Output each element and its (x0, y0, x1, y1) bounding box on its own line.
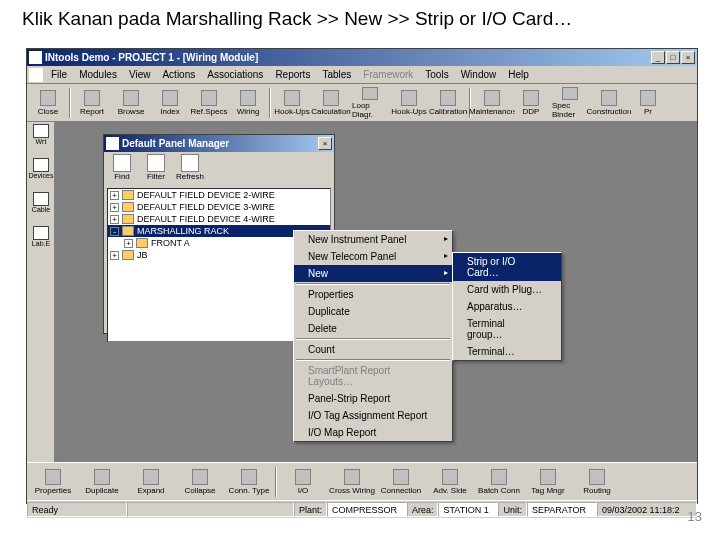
menu-item[interactable]: Apparatus… (453, 298, 561, 315)
btb-conntype[interactable]: Conn. Type (225, 465, 273, 499)
tb-calibration[interactable]: Calibration (429, 86, 467, 120)
btb-properties[interactable]: Properties (29, 465, 77, 499)
minimize-button[interactable]: _ (651, 51, 665, 64)
menu-help[interactable]: Help (502, 67, 535, 82)
menu-item[interactable]: I/O Tag Assignment Report (294, 407, 452, 424)
tb-close[interactable]: Close (29, 86, 67, 120)
menu-item[interactable]: Card with Plug… (453, 281, 561, 298)
menubar: File Modules View Actions Associations R… (27, 66, 697, 84)
status-spacer (127, 502, 294, 517)
menu-framework: Framework (357, 67, 419, 82)
menu-tools[interactable]: Tools (419, 67, 454, 82)
panel-manager-toolbar: FindFilterRefresh (104, 152, 334, 188)
maximize-button[interactable]: □ (666, 51, 680, 64)
menu-item[interactable]: Terminal… (453, 343, 561, 360)
tb-refspecs[interactable]: Ref.Specs (190, 86, 228, 120)
tb-ddp[interactable]: DDP (512, 86, 550, 120)
tb-hookups[interactable]: Hook-Ups (273, 86, 311, 120)
status-area-label: Area: (407, 502, 439, 517)
menu-actions[interactable]: Actions (156, 67, 201, 82)
panel-manager-titlebar[interactable]: Default Panel Manager × (104, 135, 334, 152)
dock-lab.e[interactable]: Lab.E (29, 226, 53, 256)
panel-manager-close-button[interactable]: × (318, 137, 332, 150)
workspace: WrtDevicesCableLab.E Default Panel Manag… (27, 122, 697, 462)
page-number: 13 (688, 509, 702, 524)
menu-window[interactable]: Window (455, 67, 503, 82)
btb-advside[interactable]: Adv. Side (426, 465, 474, 499)
btb-collapse[interactable]: Collapse (176, 465, 224, 499)
menu-reports[interactable]: Reports (269, 67, 316, 82)
status-plant: COMPRESSOR (327, 502, 407, 517)
menu-item: SmartPlant Report Layouts… (294, 362, 452, 390)
menu-item[interactable]: Duplicate (294, 303, 452, 320)
menu-item[interactable]: Panel-Strip Report (294, 390, 452, 407)
tb-pr[interactable]: Pr (629, 86, 667, 120)
tb-construction[interactable]: Construction (590, 86, 628, 120)
mdi-icon (29, 68, 43, 82)
menu-tables[interactable]: Tables (316, 67, 357, 82)
btb-connection[interactable]: Connection (377, 465, 425, 499)
status-area: STATION 1 (438, 502, 498, 517)
app-titlebar: INtools Demo - PROJECT 1 - [Wiring Modul… (27, 49, 697, 66)
menu-item[interactable]: New Instrument Panel (294, 231, 452, 248)
panel-manager-title: Default Panel Manager (122, 138, 318, 149)
menu-item[interactable]: New (294, 265, 452, 282)
dock-wrt[interactable]: Wrt (29, 124, 53, 154)
menu-item[interactable]: Properties (294, 286, 452, 303)
tb-calculation[interactable]: Calculation (312, 86, 350, 120)
btb-crosswiring[interactable]: Cross Wiring (328, 465, 376, 499)
btb-expand[interactable]: Expand (127, 465, 175, 499)
status-unit: SEPARATOR (527, 502, 597, 517)
menu-view[interactable]: View (123, 67, 157, 82)
app-title: INtools Demo - PROJECT 1 - [Wiring Modul… (45, 52, 651, 63)
close-button[interactable]: × (681, 51, 695, 64)
pm-refresh[interactable]: Refresh (174, 154, 206, 186)
dock-devices[interactable]: Devices (29, 158, 53, 188)
tb-loopdiagr[interactable]: Loop Diagr. (351, 86, 389, 120)
menu-file[interactable]: File (45, 67, 73, 82)
btb-tagmngr[interactable]: Tag Mngr (524, 465, 572, 499)
btb-batchconn[interactable]: Batch Conn (475, 465, 523, 499)
status-plant-label: Plant: (294, 502, 327, 517)
left-dock: WrtDevicesCableLab.E (27, 122, 55, 462)
pm-find[interactable]: Find (106, 154, 138, 186)
menu-associations[interactable]: Associations (201, 67, 269, 82)
tree-item[interactable]: +DEFAULT FIELD DEVICE 3-WIRE (108, 201, 330, 213)
context-menu: New Instrument PanelNew Telecom PanelNew… (293, 230, 453, 442)
statusbar: Ready Plant: COMPRESSOR Area: STATION 1 … (27, 500, 697, 518)
btb-duplicate[interactable]: Duplicate (78, 465, 126, 499)
app-window: INtools Demo - PROJECT 1 - [Wiring Modul… (26, 48, 698, 504)
pm-filter[interactable]: Filter (140, 154, 172, 186)
menu-item[interactable]: Delete (294, 320, 452, 337)
menu-item[interactable]: Terminal group… (453, 315, 561, 343)
status-unit-label: Unit: (498, 502, 527, 517)
menu-modules[interactable]: Modules (73, 67, 123, 82)
tree-item[interactable]: +DEFAULT FIELD DEVICE 2-WIRE (108, 189, 330, 201)
tb-report[interactable]: Report (73, 86, 111, 120)
tb-maintenance[interactable]: Maintenance (473, 86, 511, 120)
context-submenu-new: Strip or I/O Card…Card with Plug…Apparat… (452, 252, 562, 361)
tb-index[interactable]: Index (151, 86, 189, 120)
toolbar-bottom: PropertiesDuplicateExpandCollapseConn. T… (27, 462, 697, 500)
toolbar-top: CloseReportBrowseIndexRef.SpecsWiringHoo… (27, 84, 697, 122)
menu-item[interactable]: Count (294, 341, 452, 358)
btb-routing[interactable]: Routing (573, 465, 621, 499)
status-time: 09/03/2002 11:18:2 (597, 502, 697, 517)
btb-io[interactable]: I/O (279, 465, 327, 499)
menu-item[interactable]: I/O Map Report (294, 424, 452, 441)
slide-title: Klik Kanan pada Marshalling Rack >> New … (0, 0, 720, 34)
tb-specbinder[interactable]: Spec Binder (551, 86, 589, 120)
menu-item[interactable]: Strip or I/O Card… (453, 253, 561, 281)
panel-manager-icon (106, 137, 119, 150)
main-area: Default Panel Manager × FindFilterRefres… (55, 122, 697, 462)
tb-wiring[interactable]: Wiring (229, 86, 267, 120)
app-icon (29, 51, 42, 64)
status-ready: Ready (27, 502, 127, 517)
dock-cable[interactable]: Cable (29, 192, 53, 222)
tb-hookups[interactable]: Hook-Ups (390, 86, 428, 120)
tree-item[interactable]: +DEFAULT FIELD DEVICE 4-WIRE (108, 213, 330, 225)
tb-browse[interactable]: Browse (112, 86, 150, 120)
menu-item[interactable]: New Telecom Panel (294, 248, 452, 265)
